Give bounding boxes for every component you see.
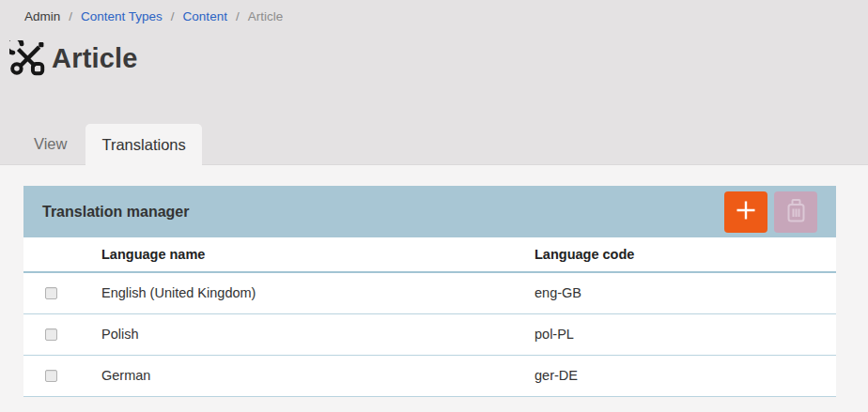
tab-translations[interactable]: Translations	[85, 124, 201, 165]
tab-view[interactable]: View	[23, 123, 77, 164]
page-title: Article	[52, 43, 138, 74]
content-area: Translation manager	[0, 165, 868, 397]
page-header: Admin / Content Types / Content / Articl…	[0, 0, 868, 165]
breadcrumb-item-article: Article	[248, 9, 284, 23]
tab-bar: View Translations	[0, 123, 202, 164]
trash-icon	[784, 198, 808, 226]
table-row: German ger-DE	[23, 355, 836, 396]
language-name-cell: English (United Kingdom)	[101, 272, 535, 313]
add-translation-button[interactable]	[724, 191, 767, 233]
breadcrumb-separator: /	[69, 9, 72, 23]
column-header-language-code: Language code	[535, 237, 836, 272]
delete-translation-button[interactable]	[774, 191, 817, 233]
breadcrumb-item-admin: Admin	[24, 9, 60, 23]
column-header-language-name: Language name	[101, 237, 535, 272]
row-checkbox-english[interactable]	[45, 287, 57, 299]
language-name-cell: Polish	[101, 313, 535, 355]
breadcrumb-separator: /	[171, 9, 175, 23]
language-code-cell: pol-PL	[535, 313, 836, 355]
breadcrumb-link-content-types[interactable]: Content Types	[81, 9, 163, 23]
row-checkbox-german[interactable]	[45, 370, 57, 382]
translations-table: Language name Language code English (Uni…	[23, 237, 836, 397]
breadcrumb: Admin / Content Types / Content / Articl…	[0, 0, 868, 23]
table-row: English (United Kingdom) eng-GB	[23, 272, 836, 313]
language-code-cell: ger-DE	[535, 355, 836, 396]
translation-manager-panel: Translation manager	[23, 186, 836, 397]
panel-header: Translation manager	[23, 186, 836, 237]
breadcrumb-separator: /	[236, 9, 240, 23]
table-header-row: Language name Language code	[23, 237, 836, 272]
breadcrumb-link-content[interactable]: Content	[183, 9, 227, 23]
row-checkbox-polish[interactable]	[45, 328, 57, 341]
title-row: Article	[0, 23, 868, 76]
select-column-header	[23, 237, 101, 272]
tools-icon	[9, 40, 45, 76]
panel-title: Translation manager	[42, 204, 724, 221]
table-row: Polish pol-PL	[23, 313, 836, 355]
language-code-cell: eng-GB	[535, 272, 836, 313]
plus-icon	[734, 198, 758, 225]
language-name-cell: German	[101, 355, 535, 396]
